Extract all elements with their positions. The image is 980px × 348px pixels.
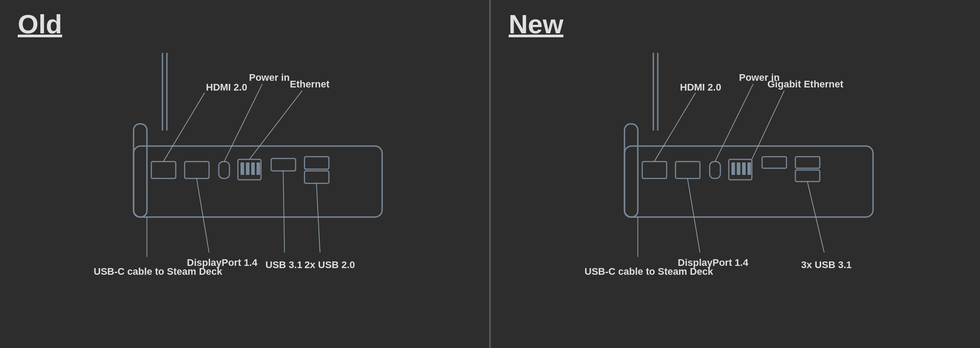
svg-line-21 — [249, 91, 302, 159]
svg-rect-42 — [795, 157, 820, 168]
svg-line-50 — [752, 91, 784, 159]
svg-rect-8 — [241, 162, 244, 175]
svg-line-48 — [715, 84, 753, 162]
new-dock-diagram: HDMI 2.0 DisplayPort 1.4 Power in Gigabi… — [585, 48, 886, 339]
svg-line-17 — [197, 178, 209, 253]
svg-text:HDMI 2.0: HDMI 2.0 — [206, 82, 247, 93]
svg-rect-4 — [151, 162, 176, 178]
svg-rect-31 — [624, 124, 638, 217]
old-dock-diagram: HDMI 2.0 DisplayPort 1.4 Power in Ethern… — [94, 48, 395, 339]
svg-rect-14 — [304, 171, 329, 183]
svg-rect-2 — [134, 124, 147, 217]
right-title: New — [491, 9, 563, 40]
svg-text:2x USB 2.0: 2x USB 2.0 — [304, 259, 355, 270]
svg-text:Ethernet: Ethernet — [290, 79, 330, 90]
svg-rect-13 — [304, 157, 329, 169]
left-panel: Old HDMI 2.0 DisplayPort 1 — [0, 0, 490, 348]
svg-rect-37 — [731, 162, 735, 175]
svg-text:USB-C cable to Steam Deck: USB-C cable to Steam Deck — [94, 266, 223, 277]
svg-rect-11 — [257, 162, 260, 175]
svg-text:3x USB 3.1: 3x USB 3.1 — [801, 259, 852, 270]
svg-text:USB 3.1: USB 3.1 — [265, 259, 302, 270]
right-panel: New HDMI 2.0 DisplayPort 1.4 — [491, 0, 980, 348]
svg-text:Power in: Power in — [249, 72, 290, 83]
svg-rect-10 — [251, 162, 255, 175]
svg-rect-3 — [134, 146, 382, 217]
svg-rect-33 — [642, 162, 667, 178]
svg-rect-38 — [737, 162, 740, 175]
svg-text:USB-C cable to Steam Deck: USB-C cable to Steam Deck — [585, 266, 714, 277]
svg-line-27 — [316, 183, 320, 253]
svg-line-15 — [163, 93, 205, 162]
svg-rect-12 — [271, 158, 296, 171]
svg-text:Gigabit Ethernet: Gigabit Ethernet — [767, 79, 844, 90]
svg-rect-5 — [185, 162, 209, 178]
svg-rect-41 — [762, 157, 786, 168]
svg-line-44 — [654, 93, 695, 162]
svg-rect-35 — [710, 162, 720, 178]
svg-rect-39 — [742, 162, 746, 175]
svg-rect-40 — [747, 162, 751, 175]
svg-rect-9 — [246, 162, 249, 175]
svg-rect-32 — [624, 146, 873, 217]
left-title: Old — [0, 9, 62, 40]
svg-line-46 — [688, 178, 700, 253]
svg-rect-6 — [219, 162, 229, 178]
svg-rect-34 — [676, 162, 700, 178]
svg-line-25 — [283, 171, 285, 253]
svg-rect-43 — [795, 170, 820, 182]
svg-text:HDMI 2.0: HDMI 2.0 — [680, 82, 721, 93]
